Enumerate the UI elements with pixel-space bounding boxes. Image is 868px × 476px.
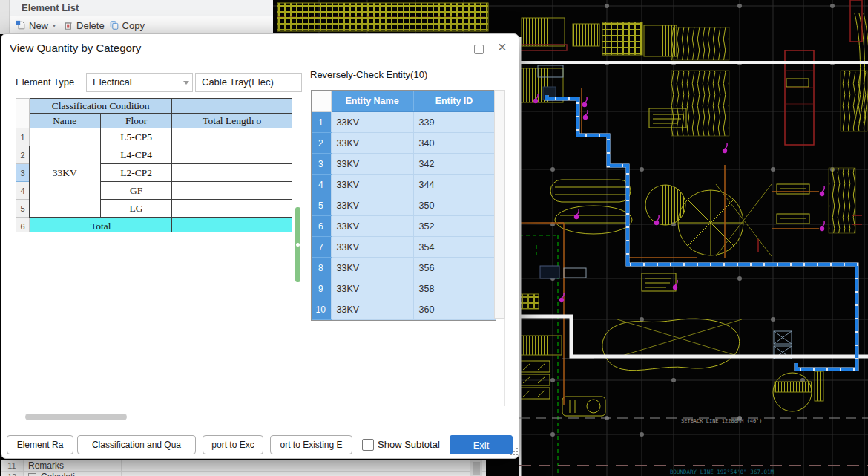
- entity-row[interactable]: 133KV339: [312, 112, 495, 133]
- view-quantity-dialog: View Quantity by Category × Element Type…: [1, 33, 519, 459]
- panel-divider-line: [504, 319, 505, 406]
- copy-button[interactable]: Copy: [109, 20, 145, 31]
- dialog-title: View Quantity by Category: [10, 42, 141, 54]
- entity-name-cell: 33KV: [331, 175, 413, 195]
- element-properties-fragment: 11 Remarks 12 Calculati: [1, 460, 486, 476]
- row-number[interactable]: 1: [16, 128, 30, 146]
- entity-name-cell: 33KV: [331, 133, 413, 154]
- new-dropdown-caret[interactable]: ▾: [53, 22, 56, 29]
- horizontal-scrollbar-thumb[interactable]: [25, 414, 127, 420]
- export-to-existing-excel-button[interactable]: ort to Existing E: [270, 435, 352, 454]
- floor-cell: L5-CP5: [100, 128, 172, 146]
- entity-name-cell: 33KV: [331, 216, 413, 237]
- new-button[interactable]: New: [16, 20, 48, 31]
- application-window: SETBACK LINE 12200MM (40') BOUNDARY LINE…: [0, 0, 868, 476]
- entity-name-cell: 33KV: [331, 195, 413, 216]
- trash-icon: [63, 20, 73, 30]
- resize-grip[interactable]: [510, 448, 518, 455]
- floor-cell: GF: [100, 182, 172, 200]
- entity-row[interactable]: 633KV352: [312, 216, 495, 237]
- group-header: Classification Condition: [29, 99, 172, 114]
- entity-name-cell: 33KV: [331, 299, 413, 320]
- exit-button[interactable]: Exit: [450, 435, 513, 454]
- property-row-label: Remarks: [24, 460, 64, 471]
- entity-table: Entity Name Entity ID 133KV339233KV34033…: [311, 90, 496, 321]
- entity-row[interactable]: 233KV340: [312, 133, 495, 154]
- export-to-excel-button[interactable]: port to Exc: [203, 435, 263, 454]
- total-label-cell: Total: [29, 218, 172, 232]
- col-header-entity-id: Entity ID: [413, 91, 495, 112]
- element-category-value: Electrical: [93, 76, 132, 88]
- property-row-label: Calculati: [36, 472, 75, 476]
- new-document-icon: [16, 20, 26, 30]
- property-row-calculation[interactable]: 12 Calculati: [1, 472, 486, 476]
- col-header-total-length: Total Length o: [172, 114, 292, 128]
- close-icon[interactable]: ×: [498, 38, 507, 56]
- element-type-label: Element Type: [16, 73, 74, 92]
- entity-id-cell: 354: [413, 237, 495, 258]
- col-header-floor: Floor: [100, 114, 172, 128]
- delete-button[interactable]: Delete: [63, 20, 105, 31]
- classification-row[interactable]: 133KVL5-CP5: [16, 128, 292, 146]
- element-ratio-button[interactable]: Element Ra: [7, 435, 73, 454]
- cad-boundary-text: BOUNDARY LINE 192°54'0" 367.01M: [670, 469, 774, 475]
- pane-splitter-handle[interactable]: [295, 207, 300, 282]
- property-row-remarks[interactable]: 11 Remarks: [1, 460, 486, 472]
- property-row-number: 11: [1, 460, 24, 471]
- panel-vertical-scrollbar[interactable]: [470, 460, 482, 476]
- entity-name-cell: 33KV: [331, 154, 413, 175]
- entity-name-cell: 33KV: [331, 112, 413, 133]
- entity-row-number: 10: [312, 299, 331, 320]
- entity-row[interactable]: 833KV356: [312, 258, 495, 278]
- row-number[interactable]: 3: [16, 164, 30, 182]
- total-length-cell: [172, 182, 292, 200]
- group-header-spacer: [172, 99, 292, 114]
- floor-cell: LG: [100, 200, 172, 218]
- column-divider: [121, 472, 122, 476]
- row-number[interactable]: 4: [16, 182, 30, 200]
- entity-id-cell: 360: [413, 299, 495, 320]
- entity-row[interactable]: 933KV358: [312, 278, 495, 299]
- entity-row[interactable]: 1033KV360: [312, 299, 495, 320]
- total-length-cell: [172, 146, 292, 164]
- entity-row[interactable]: 733KV354: [312, 237, 495, 258]
- maximize-icon[interactable]: [474, 45, 484, 54]
- copy-button-label: Copy: [122, 20, 145, 31]
- entity-row[interactable]: 333KV342: [312, 154, 495, 175]
- entity-id-cell: 344: [413, 175, 495, 195]
- col-header-name: Name: [29, 114, 100, 128]
- entity-name-cell: 33KV: [331, 237, 413, 258]
- total-row[interactable]: 6 Total: [16, 218, 292, 232]
- total-value-cell: [172, 218, 292, 232]
- entity-id-cell: 350: [413, 195, 495, 216]
- element-subcategory-combobox[interactable]: Cable Tray(Elec): [195, 73, 302, 92]
- show-subtotal-checkbox[interactable]: [362, 439, 374, 451]
- total-length-cell: [172, 164, 292, 182]
- entity-id-cell: 352: [413, 216, 495, 237]
- total-length-cell: [172, 128, 292, 146]
- entity-row[interactable]: 433KV344: [312, 175, 495, 195]
- row-number[interactable]: 5: [16, 200, 30, 218]
- calculation-checkbox[interactable]: [28, 473, 36, 476]
- element-list-panel: Element List New ▾: [0, 0, 273, 34]
- new-button-label: New: [29, 20, 48, 31]
- entity-id-cell: 340: [413, 133, 495, 154]
- entity-row-number: 7: [312, 237, 331, 258]
- element-list-header: Element List: [10, 0, 273, 16]
- row-number[interactable]: 6: [16, 218, 30, 232]
- element-category-combobox[interactable]: Electrical: [86, 73, 193, 92]
- entity-id-cell: 339: [413, 112, 495, 133]
- classification-and-quantity-button[interactable]: Classification and Qua: [77, 435, 196, 454]
- entity-row-number: 6: [312, 216, 331, 237]
- scrollbar-thumb[interactable]: [473, 462, 480, 475]
- entity-row-number: 4: [312, 175, 331, 195]
- element-subcategory-value: Cable Tray(Elec): [202, 76, 274, 88]
- row-number[interactable]: 2: [16, 146, 30, 164]
- col-header-entity-name: Entity Name: [331, 91, 413, 112]
- corner-cell: [16, 99, 30, 128]
- entity-row[interactable]: 533KV350: [312, 195, 495, 216]
- cad-setback-text: SETBACK LINE 12200MM (40'): [681, 418, 763, 424]
- delete-button-label: Delete: [76, 20, 105, 31]
- element-list-toolbar: New ▾ Delete: [10, 16, 273, 34]
- entity-table-scrollbar[interactable]: [494, 90, 505, 319]
